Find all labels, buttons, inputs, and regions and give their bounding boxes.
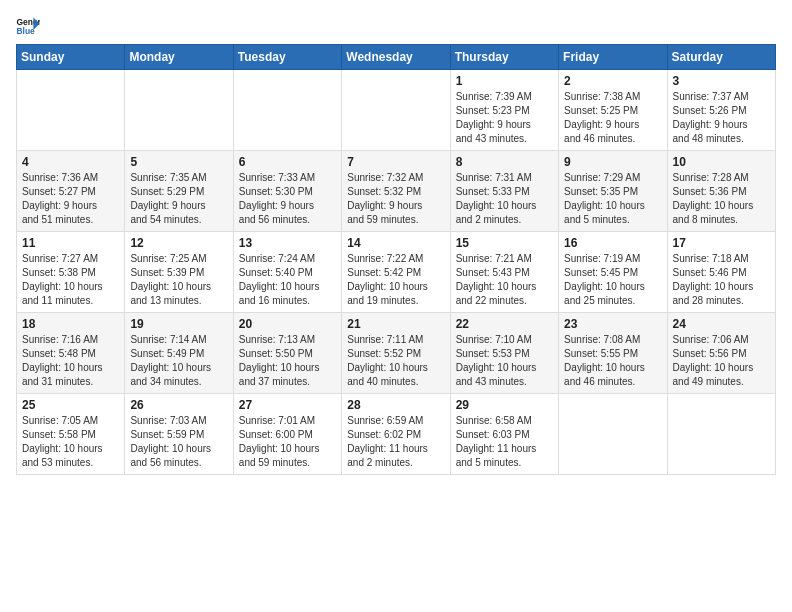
day-number: 16 [564,236,661,250]
day-number: 3 [673,74,770,88]
weekday-header-saturday: Saturday [667,45,775,70]
calendar-cell-w0-d5: 2Sunrise: 7:38 AM Sunset: 5:25 PM Daylig… [559,70,667,151]
day-number: 24 [673,317,770,331]
day-number: 23 [564,317,661,331]
calendar-cell-w4-d0: 25Sunrise: 7:05 AM Sunset: 5:58 PM Dayli… [17,394,125,475]
calendar-cell-w1-d4: 8Sunrise: 7:31 AM Sunset: 5:33 PM Daylig… [450,151,558,232]
day-number: 22 [456,317,553,331]
day-number: 5 [130,155,227,169]
day-info: Sunrise: 7:25 AM Sunset: 5:39 PM Dayligh… [130,252,227,308]
day-number: 13 [239,236,336,250]
day-number: 17 [673,236,770,250]
day-number: 9 [564,155,661,169]
calendar-cell-w2-d4: 15Sunrise: 7:21 AM Sunset: 5:43 PM Dayli… [450,232,558,313]
day-number: 20 [239,317,336,331]
day-info: Sunrise: 7:39 AM Sunset: 5:23 PM Dayligh… [456,90,553,146]
calendar-cell-w4-d4: 29Sunrise: 6:58 AM Sunset: 6:03 PM Dayli… [450,394,558,475]
day-info: Sunrise: 7:31 AM Sunset: 5:33 PM Dayligh… [456,171,553,227]
calendar-cell-w3-d0: 18Sunrise: 7:16 AM Sunset: 5:48 PM Dayli… [17,313,125,394]
calendar-cell-w2-d6: 17Sunrise: 7:18 AM Sunset: 5:46 PM Dayli… [667,232,775,313]
calendar-cell-w2-d3: 14Sunrise: 7:22 AM Sunset: 5:42 PM Dayli… [342,232,450,313]
day-info: Sunrise: 7:32 AM Sunset: 5:32 PM Dayligh… [347,171,444,227]
day-info: Sunrise: 6:59 AM Sunset: 6:02 PM Dayligh… [347,414,444,470]
calendar-cell-w0-d4: 1Sunrise: 7:39 AM Sunset: 5:23 PM Daylig… [450,70,558,151]
day-info: Sunrise: 7:03 AM Sunset: 5:59 PM Dayligh… [130,414,227,470]
calendar-cell-w0-d3 [342,70,450,151]
day-info: Sunrise: 7:05 AM Sunset: 5:58 PM Dayligh… [22,414,119,470]
calendar-cell-w2-d5: 16Sunrise: 7:19 AM Sunset: 5:45 PM Dayli… [559,232,667,313]
calendar-cell-w3-d4: 22Sunrise: 7:10 AM Sunset: 5:53 PM Dayli… [450,313,558,394]
day-info: Sunrise: 7:36 AM Sunset: 5:27 PM Dayligh… [22,171,119,227]
day-info: Sunrise: 7:21 AM Sunset: 5:43 PM Dayligh… [456,252,553,308]
calendar-cell-w3-d2: 20Sunrise: 7:13 AM Sunset: 5:50 PM Dayli… [233,313,341,394]
calendar-cell-w3-d1: 19Sunrise: 7:14 AM Sunset: 5:49 PM Dayli… [125,313,233,394]
day-info: Sunrise: 7:33 AM Sunset: 5:30 PM Dayligh… [239,171,336,227]
day-number: 19 [130,317,227,331]
day-number: 12 [130,236,227,250]
calendar-cell-w4-d2: 27Sunrise: 7:01 AM Sunset: 6:00 PM Dayli… [233,394,341,475]
day-info: Sunrise: 7:13 AM Sunset: 5:50 PM Dayligh… [239,333,336,389]
day-info: Sunrise: 7:10 AM Sunset: 5:53 PM Dayligh… [456,333,553,389]
calendar-cell-w1-d6: 10Sunrise: 7:28 AM Sunset: 5:36 PM Dayli… [667,151,775,232]
weekday-header-tuesday: Tuesday [233,45,341,70]
day-info: Sunrise: 7:19 AM Sunset: 5:45 PM Dayligh… [564,252,661,308]
day-number: 28 [347,398,444,412]
day-info: Sunrise: 7:22 AM Sunset: 5:42 PM Dayligh… [347,252,444,308]
weekday-header-friday: Friday [559,45,667,70]
calendar-cell-w4-d3: 28Sunrise: 6:59 AM Sunset: 6:02 PM Dayli… [342,394,450,475]
calendar-cell-w1-d3: 7Sunrise: 7:32 AM Sunset: 5:32 PM Daylig… [342,151,450,232]
day-info: Sunrise: 7:08 AM Sunset: 5:55 PM Dayligh… [564,333,661,389]
day-info: Sunrise: 7:24 AM Sunset: 5:40 PM Dayligh… [239,252,336,308]
weekday-header-wednesday: Wednesday [342,45,450,70]
day-info: Sunrise: 7:16 AM Sunset: 5:48 PM Dayligh… [22,333,119,389]
calendar-cell-w4-d1: 26Sunrise: 7:03 AM Sunset: 5:59 PM Dayli… [125,394,233,475]
day-info: Sunrise: 7:28 AM Sunset: 5:36 PM Dayligh… [673,171,770,227]
day-info: Sunrise: 7:27 AM Sunset: 5:38 PM Dayligh… [22,252,119,308]
logo: General Blue [16,16,44,36]
day-number: 10 [673,155,770,169]
weekday-header-thursday: Thursday [450,45,558,70]
day-info: Sunrise: 7:35 AM Sunset: 5:29 PM Dayligh… [130,171,227,227]
calendar-cell-w1-d0: 4Sunrise: 7:36 AM Sunset: 5:27 PM Daylig… [17,151,125,232]
calendar-cell-w0-d1 [125,70,233,151]
day-number: 8 [456,155,553,169]
calendar-cell-w0-d2 [233,70,341,151]
day-info: Sunrise: 7:01 AM Sunset: 6:00 PM Dayligh… [239,414,336,470]
calendar-cell-w3-d6: 24Sunrise: 7:06 AM Sunset: 5:56 PM Dayli… [667,313,775,394]
day-number: 21 [347,317,444,331]
day-number: 7 [347,155,444,169]
day-number: 11 [22,236,119,250]
weekday-header-monday: Monday [125,45,233,70]
day-number: 2 [564,74,661,88]
calendar-cell-w2-d0: 11Sunrise: 7:27 AM Sunset: 5:38 PM Dayli… [17,232,125,313]
svg-text:Blue: Blue [16,26,35,36]
day-number: 29 [456,398,553,412]
day-info: Sunrise: 7:18 AM Sunset: 5:46 PM Dayligh… [673,252,770,308]
day-info: Sunrise: 7:38 AM Sunset: 5:25 PM Dayligh… [564,90,661,146]
day-info: Sunrise: 7:29 AM Sunset: 5:35 PM Dayligh… [564,171,661,227]
day-info: Sunrise: 7:14 AM Sunset: 5:49 PM Dayligh… [130,333,227,389]
day-info: Sunrise: 7:37 AM Sunset: 5:26 PM Dayligh… [673,90,770,146]
day-info: Sunrise: 7:06 AM Sunset: 5:56 PM Dayligh… [673,333,770,389]
day-number: 18 [22,317,119,331]
day-number: 4 [22,155,119,169]
calendar-cell-w0-d0 [17,70,125,151]
calendar-cell-w4-d5 [559,394,667,475]
calendar-cell-w1-d5: 9Sunrise: 7:29 AM Sunset: 5:35 PM Daylig… [559,151,667,232]
calendar-cell-w2-d1: 12Sunrise: 7:25 AM Sunset: 5:39 PM Dayli… [125,232,233,313]
calendar-cell-w3-d3: 21Sunrise: 7:11 AM Sunset: 5:52 PM Dayli… [342,313,450,394]
calendar-cell-w2-d2: 13Sunrise: 7:24 AM Sunset: 5:40 PM Dayli… [233,232,341,313]
day-number: 14 [347,236,444,250]
day-info: Sunrise: 7:11 AM Sunset: 5:52 PM Dayligh… [347,333,444,389]
calendar: SundayMondayTuesdayWednesdayThursdayFrid… [16,44,776,475]
day-number: 1 [456,74,553,88]
day-number: 26 [130,398,227,412]
day-number: 25 [22,398,119,412]
calendar-cell-w1-d2: 6Sunrise: 7:33 AM Sunset: 5:30 PM Daylig… [233,151,341,232]
day-number: 27 [239,398,336,412]
weekday-header-sunday: Sunday [17,45,125,70]
calendar-cell-w4-d6 [667,394,775,475]
calendar-cell-w3-d5: 23Sunrise: 7:08 AM Sunset: 5:55 PM Dayli… [559,313,667,394]
day-number: 15 [456,236,553,250]
day-info: Sunrise: 6:58 AM Sunset: 6:03 PM Dayligh… [456,414,553,470]
